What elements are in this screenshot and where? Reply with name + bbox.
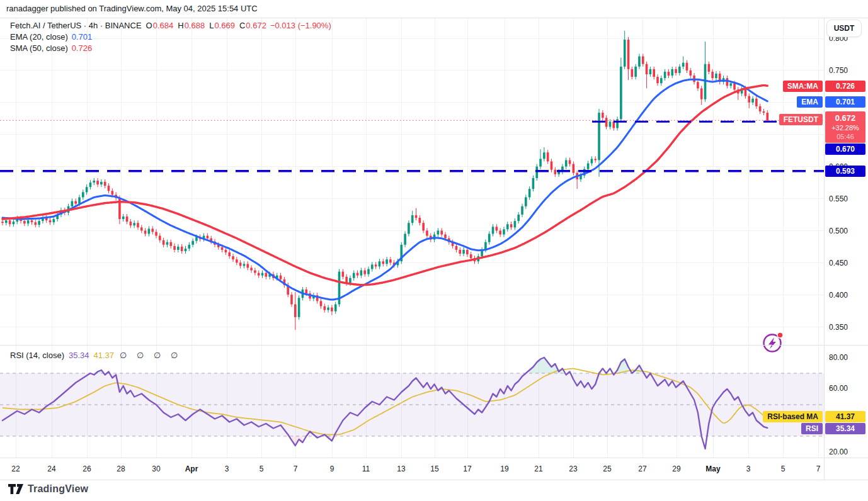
time-axis-label[interactable]: 7 [816, 464, 821, 473]
level-593-tag: 0.593 [825, 166, 865, 177]
ema-price-tag: 0.701 [825, 96, 865, 108]
footer-divider [0, 480, 868, 480]
bar-countdown: 05:46 [825, 132, 865, 141]
rsi-legend[interactable]: RSI (14, close)35.3441.37∅ ∅ ∅ ∅ [10, 351, 181, 360]
sma-legend-row[interactable]: SMA (50, close)0.726 [10, 43, 331, 53]
time-axis-label[interactable]: 21 [534, 464, 542, 473]
sma-line [3, 86, 767, 285]
price-scale-label: 0.450 [829, 259, 848, 267]
close-value: 0.672 [246, 21, 266, 30]
time-axis-label[interactable]: Apr [185, 464, 198, 473]
open-value: 0.684 [153, 21, 174, 30]
rsi-scale-label: 20.00 [829, 448, 848, 456]
price-scale-label: 0.550 [829, 194, 848, 203]
pane-divider [0, 345, 868, 346]
symbol-title[interactable]: Fetch.AI / TetherUS · 4h · BINANCE [10, 21, 142, 30]
time-axis-label[interactable]: 17 [463, 464, 471, 473]
ema-label[interactable]: EMA (20, close) [10, 32, 68, 42]
time-axis-label[interactable]: 7 [294, 464, 298, 473]
ema-value: 0.701 [72, 32, 93, 42]
rsi-name-tag[interactable]: RSI [801, 423, 823, 434]
time-axis-label[interactable]: 13 [397, 464, 405, 473]
time-axis-label[interactable]: 11 [362, 464, 370, 473]
tradingview-logo-icon [8, 483, 24, 495]
rsi-value: 35.34 [69, 351, 89, 360]
sma-price-tag: 0.726 [825, 81, 865, 92]
brand-name: TradingView [28, 483, 88, 495]
sma-label[interactable]: SMA (50, close) [10, 43, 68, 53]
time-axis-label[interactable]: 22 [11, 464, 20, 473]
time-axis-label[interactable]: 30 [152, 464, 160, 473]
currency-toggle-button[interactable]: USDT [826, 20, 862, 37]
close-label: C [239, 21, 245, 30]
sma-value: 0.726 [72, 43, 93, 53]
time-axis-label[interactable]: 15 [430, 464, 438, 473]
rsi-ma-name-tag[interactable]: RSI-based MA [763, 411, 823, 422]
change-value: −0.013 (−1.90%) [270, 21, 331, 30]
time-axis-label[interactable]: 28 [117, 464, 125, 473]
tradingview-chart-page: ranadagger published on TradingView.com,… [0, 0, 868, 501]
price-scale-divider [824, 18, 825, 480]
ema-legend-row[interactable]: EMA (20, close)0.701 [10, 31, 331, 42]
price-scale-label: 0.350 [829, 323, 848, 332]
attribution-text: ranadagger published on TradingView.com,… [6, 4, 258, 13]
time-axis-label[interactable]: 3 [225, 464, 229, 473]
ema-line [3, 79, 767, 300]
time-axis-label[interactable]: 27 [638, 464, 646, 473]
sma-name-tag[interactable]: SMA:MA [783, 81, 823, 92]
time-axis-divider [0, 458, 868, 458]
price-scale-label: 0.750 [829, 66, 848, 75]
symbol-name-tag[interactable]: FETUSDT [779, 114, 823, 125]
rsi-scale-label: 80.00 [829, 353, 848, 362]
time-axis-label[interactable]: 23 [569, 464, 577, 473]
candles [1, 31, 768, 330]
rsi-ma-value-tag: 41.37 [825, 411, 865, 422]
header-divider [0, 18, 868, 18]
open-label: O [146, 21, 152, 30]
time-axis-label[interactable]: 3 [746, 464, 751, 473]
time-axis-label[interactable]: 5 [260, 464, 264, 473]
rsi-label[interactable]: RSI (14, close) [10, 351, 64, 360]
main-legend: Fetch.AI / TetherUS · 4h · BINANCEO0.684… [10, 20, 331, 54]
price-scale-label: 0.500 [829, 227, 848, 235]
time-axis-label[interactable]: May [705, 464, 720, 473]
low-value: 0.669 [214, 21, 235, 30]
high-value: 0.688 [185, 21, 205, 30]
symbol-price-change: +32.28% [825, 123, 865, 132]
time-axis-label[interactable]: 26 [83, 464, 91, 473]
high-label: H [178, 21, 183, 30]
symbol-price-tag: 0.672 +32.28% 05:46 [825, 111, 865, 143]
notification-dot [777, 332, 783, 338]
time-axis-label[interactable]: 29 [672, 464, 680, 473]
ema-name-tag[interactable]: EMA [797, 96, 823, 108]
price-scale-label: 0.400 [829, 291, 848, 300]
rsi-value-tag: 35.34 [825, 423, 865, 434]
time-axis-label[interactable]: 19 [500, 464, 508, 473]
rsi-ma-value: 41.37 [94, 351, 115, 360]
symbol-legend-row[interactable]: Fetch.AI / TetherUS · 4h · BINANCEO0.684… [10, 20, 331, 31]
chart-canvas[interactable] [0, 0, 868, 501]
time-axis-label[interactable]: 5 [781, 464, 785, 473]
rsi-empty-values: ∅ ∅ ∅ ∅ [120, 351, 181, 360]
level-670-tag: 0.670 [825, 144, 865, 155]
time-axis-label[interactable]: 24 [47, 464, 55, 473]
time-axis-label[interactable]: 9 [330, 464, 334, 473]
symbol-price-value: 0.672 [825, 113, 865, 123]
low-label: L [209, 21, 214, 30]
rsi-scale-label: 60.00 [829, 384, 848, 393]
time-axis-label[interactable]: 25 [603, 464, 611, 473]
brand-footer[interactable]: TradingView [8, 483, 88, 495]
